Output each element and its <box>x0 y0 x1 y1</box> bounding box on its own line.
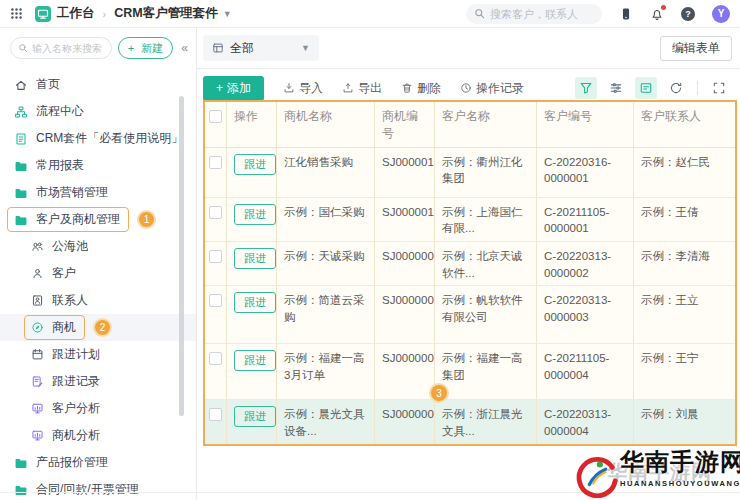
customer-contact: 示例：刘晨 <box>634 400 735 443</box>
suite-title[interactable]: CRM客户管理套件 <box>114 5 217 22</box>
row-checkbox[interactable] <box>209 156 222 169</box>
opportunity-icon <box>31 321 44 334</box>
sidebar-item[interactable]: 客户及商机管理1 <box>0 206 196 233</box>
follow-up-button[interactable]: 跟进 <box>234 248 276 269</box>
fullscreen-button[interactable] <box>708 77 730 99</box>
trash-icon <box>401 82 413 94</box>
user-avatar[interactable]: Y <box>712 5 730 23</box>
sheet-view-button[interactable] <box>635 77 657 99</box>
topbar-right: ? Y <box>466 4 730 24</box>
search-icon <box>18 43 28 53</box>
sidebar-item[interactable]: 商机分析 <box>0 422 196 449</box>
customer-name: 示例：上海国仁有限... <box>435 198 537 241</box>
sidebar-item[interactable]: 流程中心› <box>0 98 196 125</box>
sidebar-item[interactable]: 客户 <box>0 260 196 287</box>
folder-icon <box>14 483 28 497</box>
sidebar-item[interactable]: 合同/回款/开票管理 <box>0 476 196 500</box>
column-header[interactable]: 客户编号 <box>537 102 634 147</box>
sidebar-search-input[interactable] <box>32 43 104 54</box>
sidebar: + 新建 « 首页流程中心›CRM套件「必看使用说明」常用报表市场营销管理客户及… <box>0 28 197 500</box>
sidebar-item[interactable]: 商机2 <box>0 314 196 341</box>
edit-form-button[interactable]: 编辑表单 <box>660 36 732 61</box>
refresh-button[interactable] <box>665 77 687 99</box>
sidebar-item[interactable]: 跟进记录 <box>0 368 196 395</box>
column-header[interactable]: 客户名称 <box>435 102 537 147</box>
table-header-row: 操作商机名称商机编号客户名称客户编号客户联系人 <box>205 102 735 148</box>
column-header[interactable]: 商机编号 <box>375 102 435 147</box>
sidebar-item[interactable]: 公海池 <box>0 233 196 260</box>
column-header[interactable]: 操作 <box>227 102 277 147</box>
sidebar-item-inner: 流程中心 <box>14 103 84 120</box>
sidebar-search[interactable] <box>10 37 112 59</box>
collapse-sidebar-icon[interactable]: « <box>179 41 190 55</box>
chart-icon <box>31 402 44 415</box>
divider <box>697 81 698 95</box>
sidebar-item-inner: 跟进计划 <box>31 346 100 363</box>
row-checkbox-cell <box>205 400 227 443</box>
select-all-checkbox[interactable] <box>209 110 222 123</box>
row-checkbox[interactable] <box>209 352 222 365</box>
sidebar-item[interactable]: CRM套件「必看使用说明」 <box>0 125 196 152</box>
row-checkbox[interactable] <box>209 206 222 219</box>
sheet-icon <box>639 81 653 95</box>
row-checkbox[interactable] <box>209 250 222 263</box>
customer-contact: 示例：王宁 <box>634 344 735 399</box>
view-selector[interactable]: 全部 ▼ <box>203 35 319 61</box>
app-grid-icon[interactable] <box>10 7 23 20</box>
help-icon[interactable]: ? <box>681 7 695 21</box>
column-settings-button[interactable] <box>605 77 627 99</box>
global-search-input[interactable] <box>490 8 594 20</box>
sidebar-item[interactable]: 首页 <box>0 71 196 98</box>
sidebar-item-label: 首页 <box>36 76 60 93</box>
workspace-app-icon[interactable] <box>35 6 51 22</box>
sidebar-item-label: 联系人 <box>52 292 88 309</box>
row-checkbox[interactable] <box>209 408 222 421</box>
watermark-text: 华南手游网 HUANANSHOUYOUWANG <box>620 446 740 488</box>
column-settings-icon <box>609 81 623 95</box>
person-icon <box>31 267 44 280</box>
delete-button[interactable]: 删除 <box>401 80 441 97</box>
sidebar-item[interactable]: 客户分析 <box>0 395 196 422</box>
table-row[interactable]: 跟进江化销售采购SJ0000012示例：衢州江化集团C-20220316-000… <box>205 148 735 198</box>
delete-label: 删除 <box>417 80 441 97</box>
row-checkbox[interactable] <box>209 294 222 307</box>
sidebar-item-inner: 市场营销管理 <box>14 184 108 201</box>
table-row[interactable]: 跟进示例：简道云采购SJ0000008示例：帆软软件有限公司C-20220313… <box>205 286 735 344</box>
table-row[interactable]: 跟进示例：福建一高3月订单SJ0000006示例：福建一高集团C-2021110… <box>205 344 735 400</box>
filter-button[interactable] <box>575 77 597 99</box>
sidebar-item-label: 产品报价管理 <box>36 454 108 471</box>
follow-up-button[interactable]: 跟进 <box>234 204 276 225</box>
new-button[interactable]: + 新建 <box>118 37 174 59</box>
table-row[interactable]: 跟进示例：天诚采购SJ0000009示例：北京天诚软件...C-20220313… <box>205 242 735 286</box>
sidebar-item-inner: 客户及商机管理 <box>7 207 129 232</box>
export-button[interactable]: 导出 <box>342 80 382 97</box>
site-logo-icon <box>574 452 620 498</box>
opportunity-name: 示例：晨光文具设备... <box>277 400 375 443</box>
chevron-down-icon: ▼ <box>301 43 310 53</box>
sidebar-item[interactable]: 跟进计划 <box>0 341 196 368</box>
column-header[interactable]: 客户联系人 <box>634 102 735 147</box>
workspace-label[interactable]: 工作台 <box>57 5 95 22</box>
add-button[interactable]: +添加 <box>203 76 264 101</box>
import-button[interactable]: 导入 <box>283 80 323 97</box>
crm-app-screen: 工作台 › CRM客户管理套件 ▼ ? Y + 新建 « 首页流程中心›CRM套… <box>0 0 740 500</box>
table-row[interactable]: 跟进示例：晨光文具设备...SJ0000004示例：浙江晨光文具...C-202… <box>205 400 735 443</box>
operation-history-button[interactable]: 操作记录 <box>460 80 524 97</box>
table-row[interactable]: 跟进示例：国仁采购SJ0000011示例：上海国仁有限...C-20211105… <box>205 198 735 242</box>
notification-dot <box>661 5 666 10</box>
follow-up-button[interactable]: 跟进 <box>234 292 276 313</box>
column-header[interactable]: 商机名称 <box>277 102 375 147</box>
sidebar-item[interactable]: 常用报表 <box>0 152 196 179</box>
filter-funnel-icon <box>579 81 593 95</box>
notifications-bell-icon[interactable] <box>650 7 664 21</box>
suite-caret-down-icon[interactable]: ▼ <box>223 9 232 19</box>
sidebar-item[interactable]: 市场营销管理 <box>0 179 196 206</box>
follow-up-button[interactable]: 跟进 <box>234 406 276 427</box>
sidebar-item[interactable]: 联系人 <box>0 287 196 314</box>
sidebar-scrollbar[interactable] <box>179 96 184 416</box>
follow-up-button[interactable]: 跟进 <box>234 350 276 371</box>
sidebar-item[interactable]: 产品报价管理 <box>0 449 196 476</box>
follow-up-button[interactable]: 跟进 <box>234 154 276 175</box>
mobile-app-icon[interactable] <box>619 7 633 21</box>
global-search[interactable] <box>466 4 602 24</box>
